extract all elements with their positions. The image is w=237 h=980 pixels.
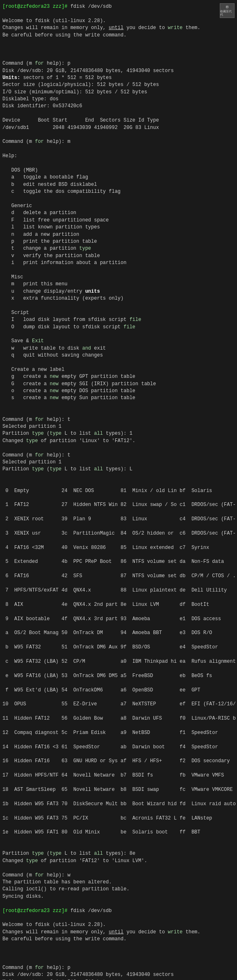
changes-line-2: Changes will remain in memory only, unti… — [2, 929, 235, 936]
careful-line-2: Be careful before using the write comman… — [2, 936, 235, 943]
table-altered: The partition table has been altered. — [2, 879, 235, 886]
blank-1 — [2, 10, 235, 17]
blank-23 — [2, 957, 235, 964]
terminal-content: [root@zzfedora23 zzz]# fdisk /dev/sdb We… — [2, 3, 235, 980]
cmd-w: Command (m for help): w — [2, 872, 235, 879]
opt-s: s create a new empty Sun partition table — [2, 395, 235, 402]
prompt-text-2: [root@zzfedora23 zzz]# — [2, 908, 67, 914]
opt-g: g create a new empty GPT partition table — [2, 373, 235, 380]
blank-7 — [2, 146, 235, 153]
blank-13 — [2, 359, 235, 366]
opt-o-script: O dump disk layout to sfdisk script file — [2, 324, 235, 331]
blank-6 — [2, 131, 235, 138]
opt-i: i print information about a partition — [2, 260, 235, 266]
opt-o: o create a new empty DOS partition table — [2, 388, 235, 395]
cmd-t1: Command (m for help): t — [2, 416, 235, 423]
ioctl-line: Calling ioctl() to re-read partition tab… — [2, 886, 235, 893]
io-size: I/O size (minimum/optimal): 512 bytes / … — [2, 89, 235, 96]
units-line: Units: sectors of 1 * 512 = 512 bytes — [2, 75, 235, 81]
opt-b: b edit nested BSD disklabel — [2, 181, 235, 188]
blank-16 — [2, 445, 235, 452]
terminal: ⊞ 收藏至代代 [root@zzfedora23 zzz]# fdisk /de… — [0, 2, 237, 980]
changed-type-2: Changed type of partition 'FAT12' to 'Li… — [2, 858, 235, 865]
dos-mbr: DOS (MBR) — [2, 167, 235, 174]
opt-d: d delete a partition — [2, 210, 235, 217]
units-line-2: Units: sectors of 1 * 512 = 512 bytes — [2, 979, 235, 980]
blank-2 — [2, 39, 235, 46]
opt-a: a toggle a bootable flag — [2, 174, 235, 181]
opt-f: F list free unpartitioned space — [2, 217, 235, 224]
script-section: Script — [2, 309, 235, 316]
opt-v: v verify the partition table — [2, 253, 235, 260]
blank-19 — [2, 900, 235, 907]
selected-part-2: Selected partition 1 — [2, 459, 235, 466]
blank-8 — [2, 160, 235, 167]
opt-p: p print the partition table — [2, 238, 235, 245]
blank-3 — [2, 46, 235, 53]
prompt-line-2: [root@zzfedora23 zzz]# fdisk /dev/sdb — [2, 908, 235, 915]
opt-u: u change display/entry units — [2, 288, 235, 295]
welcome-line: Welcome to fdisk (util-linux 2.28). — [2, 18, 235, 25]
disklabel-type: Disklabel type: dos — [2, 96, 235, 103]
generic-section: Generic — [2, 203, 235, 210]
blank-22 — [2, 950, 235, 957]
cmd-p2: Command (m for help): p — [2, 964, 235, 971]
part-type-prompt-3: Partition type (type L to list all types… — [2, 850, 235, 857]
prompt-line-1: [root@zzfedora23 zzz]# fdisk /dev/sdb — [2, 3, 235, 10]
sector-size: Sector size (logical/physical): 512 byte… — [2, 81, 235, 88]
opt-i-script: I load disk layout from sfdisk script fi… — [2, 316, 235, 323]
opt-w: w write table to disk and exit — [2, 345, 235, 352]
save-exit: Save & Exit — [2, 338, 235, 345]
changes-line: Changes will remain in memory only, unti… — [2, 25, 235, 32]
careful-line: Be careful before using the write comman… — [2, 32, 235, 39]
blank-10 — [2, 266, 235, 273]
blank-11 — [2, 302, 235, 309]
blank-4 — [2, 53, 235, 60]
blank-9 — [2, 196, 235, 203]
help-label: Help: — [2, 153, 235, 160]
disk-id: Disk identifier: 0x537420c6 — [2, 103, 235, 110]
cmd-m: Command (m for help): m — [2, 138, 235, 145]
blank-17 — [2, 473, 235, 480]
welcome-line-2: Welcome to fdisk (util-linux 2.28). — [2, 921, 235, 928]
blank-14 — [2, 402, 235, 409]
blank-21 — [2, 943, 235, 950]
device-row-1: /dev/sdb1 2048 41943039 41940992 20G 83 … — [2, 124, 235, 131]
opt-G: G create a new empty SGI (IRIX) partitio… — [2, 381, 235, 388]
opt-c: c toggle the dos compatibility flag — [2, 188, 235, 195]
window-icon: ⊞ 收藏至代代 — [220, 3, 235, 18]
partition-type-table: 0 Empty 24 NEC DOS 81 Minix / old Lin bf… — [2, 480, 235, 850]
part-type-prompt-1: Partition type (type L to list all types… — [2, 430, 235, 437]
opt-q: q quit without saving changes — [2, 352, 235, 359]
opt-l: l list known partition types — [2, 224, 235, 231]
blank-18 — [2, 865, 235, 872]
cmd-t2: Command (m for help): t — [2, 452, 235, 459]
misc-section: Misc — [2, 274, 235, 281]
changed-type-1: Changed type of partition 'Linux' to 'FA… — [2, 438, 235, 445]
disk-info-1: Disk /dev/sdb: 20 GiB, 21474836480 bytes… — [2, 68, 235, 75]
opt-m: m print this menu — [2, 281, 235, 288]
selected-part-1: Selected partition 1 — [2, 423, 235, 430]
blank-15 — [2, 409, 235, 416]
device-header: Device Boot Start End Sectors Size Id Ty… — [2, 117, 235, 124]
syncing: Syncing disks. — [2, 893, 235, 900]
opt-x: x extra functionality (experts only) — [2, 295, 235, 302]
prompt-text: [root@zzfedora23 zzz]# — [2, 4, 67, 9]
part-type-prompt-2: Partition type (type L to list all types… — [2, 466, 235, 473]
disk-info-2: Disk /dev/sdb: 20 GiB, 21474836480 bytes… — [2, 971, 235, 978]
blank-5 — [2, 110, 235, 117]
create-label: Create a new label — [2, 366, 235, 373]
blank-12 — [2, 331, 235, 338]
cmd-p: Command (m for help): p — [2, 60, 235, 67]
opt-t: t change a partition type — [2, 245, 235, 252]
opt-n: n add a new partition — [2, 231, 235, 238]
blank-20 — [2, 915, 235, 921]
